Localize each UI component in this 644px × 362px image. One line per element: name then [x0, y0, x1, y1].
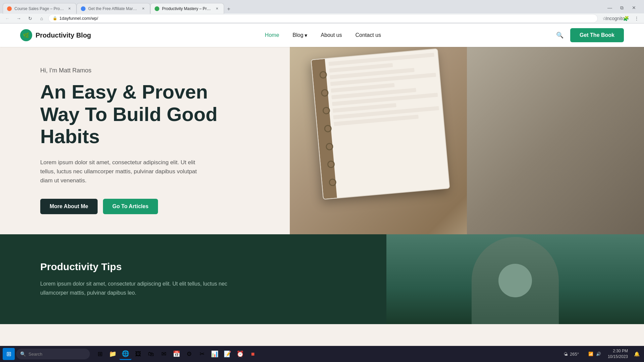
tab-2[interactable]: Get the Free Affiliate Marketing ✕	[76, 3, 150, 14]
taskbar-app-red[interactable]: ■	[247, 348, 259, 360]
planner-notebook	[311, 48, 450, 200]
back-button[interactable]: ←	[3, 14, 12, 23]
nav-links: Home Blog ▾ About us Contact us	[265, 32, 381, 39]
section-description: Lorem ipsum dolor sit amet, consectetur …	[40, 279, 235, 297]
tab-3-close[interactable]: ✕	[214, 6, 220, 11]
secure-icon: 🔒	[53, 16, 57, 20]
new-tab-button[interactable]: +	[224, 4, 233, 14]
address-bar[interactable]: 🔒 1dayfunnel.com/wp/	[48, 14, 598, 23]
hero-description: Lorem ipsum dolor sit amet, consectetur …	[40, 158, 208, 185]
hero-content: Hi, I'm Matt Ramos An Easy & Proven Way …	[40, 67, 248, 214]
nav-contact[interactable]: Contact us	[355, 32, 381, 38]
browser-top-bar: Course Sales Page – Productivit... ✕ Get…	[0, 0, 644, 13]
search-button[interactable]: 🔍	[555, 30, 565, 40]
taskbar-app-chrome[interactable]: 🌐	[119, 348, 131, 360]
notifications-button[interactable]: 🔔	[632, 349, 641, 359]
go-to-articles-button[interactable]: Go To Articles	[103, 199, 158, 214]
nav-home[interactable]: Home	[265, 32, 279, 38]
productivity-tips-section: Productivity Tips Lorem ipsum dolor sit …	[0, 234, 386, 324]
system-clock[interactable]: 2:30 PM 10/15/2023	[608, 348, 628, 360]
get-book-button[interactable]: Get The Book	[570, 28, 624, 42]
nav-about[interactable]: About us	[321, 32, 342, 38]
taskbar-app-mail[interactable]: ✉	[158, 348, 170, 360]
taskbar-app-clock[interactable]: ⏰	[234, 348, 246, 360]
close-button[interactable]: ✕	[629, 3, 639, 12]
tab-2-favicon	[81, 6, 86, 11]
section-title: Productivity Tips	[40, 261, 346, 273]
taskbar-app-store[interactable]: 🛍	[145, 348, 157, 360]
more-about-me-button[interactable]: More About Me	[40, 199, 98, 214]
taskbar-search-icon: 🔍	[20, 351, 26, 357]
taskbar-app-calendar[interactable]: 📅	[170, 348, 182, 360]
weather-temp: 265°	[570, 352, 579, 357]
nav-actions: 🔍 Get The Book	[555, 28, 624, 42]
hero-section: Hi, I'm Matt Ramos An Easy & Proven Way …	[0, 47, 644, 234]
clock-time: 2:30 PM	[608, 348, 628, 354]
profile-button[interactable]: Incognito	[610, 14, 620, 23]
weather-widget[interactable]: 🌤 265°	[561, 350, 582, 358]
start-button[interactable]: ⊞	[3, 348, 15, 360]
stone-wall-bg	[467, 47, 644, 234]
nav-blog[interactable]: Blog ▾	[292, 32, 307, 39]
taskbar-app-photos[interactable]: 🖼	[132, 348, 144, 360]
site-logo[interactable]: 🌿 Productivity Blog	[20, 29, 91, 41]
weather-icon: 🌤	[564, 352, 568, 357]
network-icon: 📶	[588, 352, 593, 356]
volume-icon: 🔊	[596, 352, 601, 356]
website: 🌿 Productivity Blog Home Blog ▾ About us…	[0, 23, 644, 362]
dark-section-wrapper: Productivity Tips Lorem ipsum dolor sit …	[0, 234, 644, 324]
ring-7	[329, 178, 337, 186]
hero-greeting: Hi, I'm Matt Ramos	[40, 67, 248, 74]
ring-2	[321, 89, 329, 97]
hero-buttons: More About Me Go To Articles	[40, 199, 248, 214]
taskbar-system-tray: 🌤 265° 📶 🔊 2:30 PM 10/15/2023 🔔	[561, 348, 641, 360]
taskbar-app-snip[interactable]: ✂	[196, 348, 208, 360]
reload-button[interactable]: ↻	[25, 14, 35, 23]
restore-button[interactable]: ⧉	[617, 3, 627, 12]
forward-button[interactable]: →	[14, 14, 23, 23]
system-tray-icons[interactable]: 📶 🔊	[586, 350, 604, 358]
tab-2-close[interactable]: ✕	[141, 6, 146, 11]
tab-3[interactable]: Productivity Mastery – Productivit... ✕	[150, 3, 224, 14]
tab-3-title: Productivity Mastery – Productivit...	[162, 6, 212, 11]
ring-1	[319, 71, 327, 79]
browser-window: Course Sales Page – Productivit... ✕ Get…	[0, 0, 644, 23]
tab-2-title: Get the Free Affiliate Marketing	[88, 6, 138, 11]
logo-icon: 🌿	[20, 29, 32, 41]
address-text: 1dayfunnel.com/wp/	[59, 16, 593, 21]
video-bg	[386, 234, 644, 324]
taskbar-app-notepad[interactable]: 📝	[221, 348, 233, 360]
ring-5	[325, 142, 333, 150]
taskbar-app-file-explorer[interactable]: 📁	[107, 348, 119, 360]
minimize-button[interactable]: —	[605, 3, 614, 12]
taskbar-app-settings[interactable]: ⚙	[183, 348, 195, 360]
taskbar-search[interactable]: 🔍 Search	[16, 349, 90, 359]
hero-background-image	[290, 47, 644, 234]
tabs-bar: Course Sales Page – Productivit... ✕ Get…	[3, 2, 233, 14]
ring-6	[327, 161, 335, 169]
ring-3	[322, 107, 330, 115]
taskbar-search-text: Search	[29, 352, 42, 357]
navigation: 🌿 Productivity Blog Home Blog ▾ About us…	[0, 23, 644, 47]
tab-1-close[interactable]: ✕	[67, 6, 72, 11]
hero-title: An Easy & Proven Way To Build Good Habit…	[40, 81, 248, 148]
tab-1[interactable]: Course Sales Page – Productivit... ✕	[3, 3, 76, 14]
taskbar-app-excel[interactable]: 📊	[209, 348, 221, 360]
planner-content	[328, 53, 445, 194]
chevron-down-icon: ▾	[305, 32, 307, 39]
extensions-button[interactable]: 🧩	[621, 14, 631, 23]
tab-3-favicon	[155, 6, 159, 11]
browser-action-icons: ☆ Incognito 🧩 ⋮	[600, 14, 641, 23]
home-button[interactable]: ⌂	[37, 14, 46, 23]
search-icon: 🔍	[556, 32, 564, 39]
logo-text: Productivity Blog	[36, 32, 91, 39]
taskbar: ⊞ 🔍 Search ⊞ 📁 🌐 🖼 🛍 ✉ 📅 ⚙ ✂ 📊 📝 ⏰ ■ 🌤 2…	[0, 346, 644, 362]
menu-button[interactable]: ⋮	[632, 14, 641, 23]
person-head	[498, 264, 532, 297]
video-section	[386, 234, 644, 324]
clock-date: 10/15/2023	[608, 354, 628, 360]
taskbar-apps: ⊞ 📁 🌐 🖼 🛍 ✉ 📅 ⚙ ✂ 📊 📝 ⏰ ■	[94, 348, 259, 360]
hero-image	[290, 47, 644, 234]
browser-address-bar-row: ← → ↻ ⌂ 🔒 1dayfunnel.com/wp/ ☆ Incognito…	[0, 13, 644, 23]
taskbar-app-task-view[interactable]: ⊞	[94, 348, 106, 360]
